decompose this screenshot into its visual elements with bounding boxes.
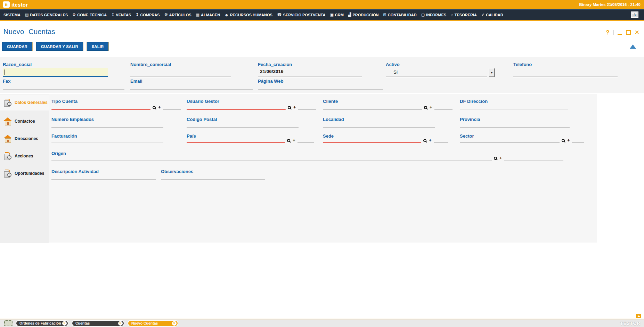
menu-crm[interactable]: ▣CRM: [330, 13, 343, 17]
activo-dropdown-button[interactable]: ▼: [489, 68, 495, 77]
window-controls: ? ✕: [606, 29, 639, 36]
activo-value[interactable]: Si: [393, 70, 398, 75]
taskbar-tab-cuentas[interactable]: Cuentas ✕: [72, 320, 124, 327]
menu-sistema[interactable]: SISTEMA: [3, 13, 21, 17]
open-windows-counter[interactable]: 3: [631, 11, 638, 18]
provincia-input[interactable]: [460, 127, 570, 128]
fecha-creacion-input[interactable]: [258, 76, 362, 77]
search-icon[interactable]: [288, 106, 291, 109]
scroll-top-button[interactable]: [636, 314, 641, 318]
tipo-cuenta-input[interactable]: [51, 109, 150, 110]
house-icon: [3, 117, 12, 125]
origen-input[interactable]: [51, 160, 492, 161]
window-count: 3: [634, 13, 636, 17]
save-and-exit-button[interactable]: GUARDAR Y SALIR: [36, 42, 83, 51]
save-button[interactable]: GUARDAR: [2, 42, 33, 51]
menu-informes[interactable]: ▢INFORMES: [421, 13, 446, 17]
menu-servicio-postventa[interactable]: ☎SERVICIO POSTVENTA: [277, 13, 326, 17]
line-tail: [298, 109, 316, 110]
email-input[interactable]: [130, 89, 253, 90]
menu-articulos[interactable]: ⚒ARTÍCULOS: [164, 13, 191, 17]
sector-input[interactable]: [460, 142, 560, 143]
df-direccion-input[interactable]: [460, 109, 568, 109]
close-icon[interactable]: ✕: [118, 321, 123, 326]
menu-compras[interactable]: ↧COMPRAS: [136, 13, 160, 17]
show-desktop-icon[interactable]: [4, 320, 13, 326]
search-icon[interactable]: [423, 139, 426, 142]
sidebar-item-datos-generales[interactable]: Datos Generales: [0, 95, 49, 111]
header-form-panel: Razon_social Nombre_comercial Fecha_crea…: [0, 57, 644, 93]
pais-input[interactable]: [187, 142, 285, 143]
menu-produccion[interactable]: ▟PRODUCCIÓN: [348, 13, 379, 17]
menu-label: SISTEMA: [3, 13, 21, 17]
pagina-web-input[interactable]: [258, 89, 383, 90]
close-icon[interactable]: ✕: [172, 321, 177, 326]
sidebar-item-oportunidades[interactable]: Oportunidades: [0, 166, 49, 181]
report-search-icon: [3, 152, 12, 160]
add-icon[interactable]: +: [429, 139, 432, 142]
observaciones-input[interactable]: [161, 179, 265, 180]
close-icon[interactable]: ✕: [635, 29, 639, 36]
tab-label: Ordenes de Fabricación: [19, 321, 61, 325]
add-icon[interactable]: +: [430, 106, 432, 109]
fax-input[interactable]: [3, 89, 124, 90]
search-icon[interactable]: [153, 106, 156, 109]
menu-contabilidad[interactable]: ⊞CONTABILIDAD: [383, 13, 417, 17]
help-icon[interactable]: ?: [606, 29, 609, 36]
field-label: Número Empleados: [51, 117, 94, 122]
collapse-header-icon[interactable]: [630, 44, 636, 49]
field-label: DF Dirección: [460, 99, 488, 104]
add-icon[interactable]: +: [293, 106, 296, 109]
menu-conf-tecnica[interactable]: ⚙CONF. TÉCNICA: [72, 13, 107, 17]
localidad-input[interactable]: [323, 127, 435, 128]
add-icon[interactable]: +: [293, 139, 295, 142]
house-icon: [3, 135, 12, 142]
report-search-icon: [3, 99, 12, 106]
menu-label: CRM: [335, 13, 344, 17]
taskbar-tab-ordenes-de-fabricacion[interactable]: Ordenes de Fabricación ✕: [16, 320, 68, 327]
activo-input[interactable]: [386, 76, 487, 77]
taskbar-tab-nuevo-cuentas[interactable]: Nuevo Cuentas ✕: [128, 320, 178, 327]
add-icon[interactable]: +: [499, 156, 502, 160]
briefcase-icon: ▣: [330, 13, 333, 17]
minimize-icon[interactable]: [618, 34, 622, 35]
field-label: Fax: [3, 79, 10, 84]
menu-datos-generales[interactable]: ▤DATOS GENERALES: [25, 13, 68, 17]
menu-recursos-humanos[interactable]: ☻RECURSOS HUMANOS: [225, 13, 272, 17]
menu-almacen[interactable]: ▦ALMACÉN: [196, 13, 220, 17]
search-icon[interactable]: [287, 139, 290, 142]
maximize-icon[interactable]: [626, 30, 631, 35]
codigo-postal-input[interactable]: [187, 127, 299, 128]
nombre-comercial-input[interactable]: [130, 76, 231, 77]
menu-ventas[interactable]: ↥VENTAS: [111, 13, 131, 17]
field-label: Email: [130, 79, 142, 84]
people-icon: ☻: [225, 13, 229, 17]
sidebar-item-label: Acciones: [15, 154, 33, 158]
cliente-input[interactable]: [323, 109, 422, 110]
search-icon[interactable]: [424, 106, 427, 109]
razon-social-input[interactable]: [3, 68, 108, 77]
menu-calidad[interactable]: ✔CALIDAD: [481, 13, 503, 17]
add-icon[interactable]: +: [567, 139, 570, 142]
sidebar-item-contactos[interactable]: Contactos: [0, 114, 49, 129]
numero-empleados-input[interactable]: [51, 127, 163, 128]
sidebar-item-direcciones[interactable]: Direcciones: [0, 131, 49, 146]
add-icon[interactable]: +: [158, 106, 161, 109]
database-icon: ▤: [25, 13, 28, 17]
descripcion-actividad-input[interactable]: [51, 179, 156, 180]
sidebar: Datos Generales Contactos Direcciones Ac…: [0, 94, 49, 243]
fecha-creacion-value[interactable]: 21/06/2016: [260, 69, 284, 74]
sidebar-item-acciones[interactable]: Acciones: [0, 149, 49, 163]
session-datetime: Binary Martes 21/05/2016 - 21:40: [579, 0, 641, 9]
facturacion-input[interactable]: [51, 142, 163, 142]
search-icon[interactable]: [494, 157, 497, 160]
usuario-gestor-input[interactable]: [187, 109, 286, 110]
search-icon[interactable]: [562, 139, 565, 142]
exit-button[interactable]: SALIR: [87, 42, 109, 51]
close-icon[interactable]: ✕: [62, 321, 67, 326]
field-label: Fecha_creacion: [258, 62, 292, 67]
app-logo[interactable]: it itestor: [0, 1, 28, 8]
sede-input[interactable]: [323, 142, 421, 143]
menu-tesoreria[interactable]: ⌂TESORERIA: [451, 13, 477, 17]
telefono-input[interactable]: [513, 76, 618, 77]
